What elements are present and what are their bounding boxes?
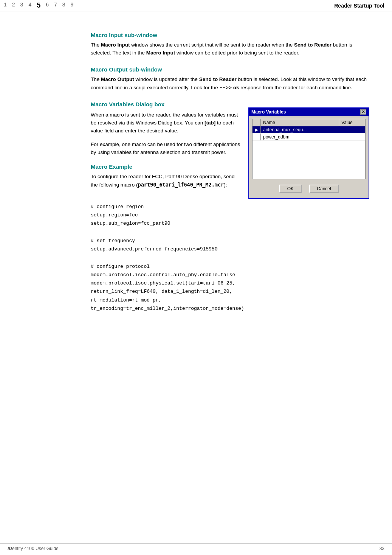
table-row: power_ddbm bbox=[253, 133, 365, 140]
code-block-3: # configure protocol modem.protocol.isoc… bbox=[91, 263, 369, 313]
macro-example-body: To configure the reader for FCC, Part 90… bbox=[91, 173, 241, 189]
tab-2[interactable]: 2 bbox=[12, 2, 15, 9]
var-name-2: power_ddbm bbox=[261, 133, 339, 140]
macro-input-heading: Macro Input sub-window bbox=[91, 32, 369, 38]
code-comment-2: # set frequency bbox=[91, 237, 369, 245]
macro-variables-body1: When a macro is sent to the reader, the … bbox=[91, 111, 241, 135]
footer-brand-id: ID bbox=[8, 546, 12, 551]
row-arrow bbox=[253, 133, 261, 140]
macro-variables-section: Macro Variables Dialog box When a macro … bbox=[91, 101, 369, 199]
code-line-2: setup.sub_region=fcc_part90 bbox=[91, 219, 369, 228]
macro-input-section: Macro Input sub-window The Macro Input w… bbox=[91, 32, 369, 57]
code-line-1: setup.region=fcc bbox=[91, 211, 369, 219]
row-arrow: ▶ bbox=[253, 126, 261, 133]
code-line-8: tr_encoding=tr_enc_miller_2,interrogator… bbox=[91, 305, 369, 313]
table-row: ▶ antenna_mux_sequ... bbox=[253, 126, 365, 133]
var-value-1[interactable] bbox=[339, 126, 365, 133]
code-comment-3: # configure protocol bbox=[91, 263, 369, 271]
dialog-buttons: OK Cancel bbox=[252, 183, 366, 195]
header-tabs: 1 2 3 4 5 6 7 8 9 bbox=[4, 2, 73, 9]
macro-example-code: # configure region setup.region=fcc setu… bbox=[91, 203, 369, 313]
col-name-header: Name bbox=[261, 119, 339, 126]
var-value-2[interactable] bbox=[339, 133, 365, 140]
footer-page-number: 33 bbox=[380, 546, 384, 551]
macro-example-heading: Macro Example bbox=[91, 163, 241, 170]
code-line-3: setup.advanced.preferred_frequencies=915… bbox=[91, 245, 369, 253]
tab-1[interactable]: 1 bbox=[4, 2, 7, 9]
tab-8[interactable]: 8 bbox=[62, 2, 65, 9]
dialog-table-area: Name Value ▶ antenna_mux_sequ... bbox=[252, 119, 366, 179]
dialog-titlebar: Macro Variables ✕ bbox=[249, 108, 369, 116]
macro-output-heading: Macro Output sub-window bbox=[91, 66, 369, 73]
code-block-1: # configure region setup.region=fcc setu… bbox=[91, 203, 369, 228]
page-title: Reader Startup Tool bbox=[334, 3, 384, 9]
dialog-cancel-button[interactable]: Cancel bbox=[309, 185, 338, 193]
tab-4[interactable]: 4 bbox=[28, 2, 31, 9]
footer-brand-rest: entity 4100 User Guide bbox=[12, 546, 59, 551]
main-content: Macro Input sub-window The Macro Input w… bbox=[0, 11, 392, 330]
dialog-window: Macro Variables ✕ Name Value bbox=[248, 107, 369, 199]
code-line-5: modem.protocol.isoc.physical.set(tari=ta… bbox=[91, 279, 369, 288]
macro-input-body: The Macro Input window shows the current… bbox=[91, 41, 369, 57]
tab-9[interactable]: 9 bbox=[71, 2, 74, 9]
header: 1 2 3 4 5 6 7 8 9 Reader Startup Tool bbox=[0, 0, 392, 11]
macro-output-section: Macro Output sub-window The Macro Output… bbox=[91, 66, 369, 92]
dialog-ok-button[interactable]: OK bbox=[279, 185, 302, 193]
dialog-close-button[interactable]: ✕ bbox=[360, 109, 366, 115]
macro-output-body: The Macro Output window is updated after… bbox=[91, 76, 369, 92]
tab-3[interactable]: 3 bbox=[20, 2, 23, 9]
col-arrow-header bbox=[253, 119, 261, 126]
code-block-2: # set frequency setup.advanced.preferred… bbox=[91, 237, 369, 253]
macro-variables-heading: Macro Variables Dialog box bbox=[91, 101, 369, 107]
macro-variables-text: When a macro is sent to the reader, the … bbox=[91, 111, 241, 199]
code-line-6: return_link_freq=LF640, data_1_length=d1… bbox=[91, 288, 369, 296]
tab-5[interactable]: 5 bbox=[37, 2, 40, 9]
macro-variables-dialog: Macro Variables ✕ Name Value bbox=[248, 111, 369, 199]
code-line-7: rt_modulation=rt_mod_pr, bbox=[91, 296, 369, 305]
footer-brand: IDentity 4100 User Guide bbox=[8, 546, 59, 551]
dialog-content: Name Value ▶ antenna_mux_sequ... bbox=[249, 116, 369, 198]
footer: IDentity 4100 User Guide 33 bbox=[0, 543, 392, 551]
col-value-header: Value bbox=[339, 119, 365, 126]
macro-variables-layout: When a macro is sent to the reader, the … bbox=[91, 111, 369, 199]
dialog-variables-table: Name Value ▶ antenna_mux_sequ... bbox=[253, 119, 365, 141]
var-name-1: antenna_mux_sequ... bbox=[261, 126, 339, 133]
code-comment-1: # configure region bbox=[91, 203, 369, 211]
tab-6[interactable]: 6 bbox=[46, 2, 49, 9]
code-line-4: modem.protocol.isoc.control.auto_phy.ena… bbox=[91, 271, 369, 279]
dialog-title: Macro Variables bbox=[251, 109, 286, 115]
tab-7[interactable]: 7 bbox=[54, 2, 57, 9]
macro-variables-body2: For example, one macro can be used for t… bbox=[91, 141, 241, 157]
